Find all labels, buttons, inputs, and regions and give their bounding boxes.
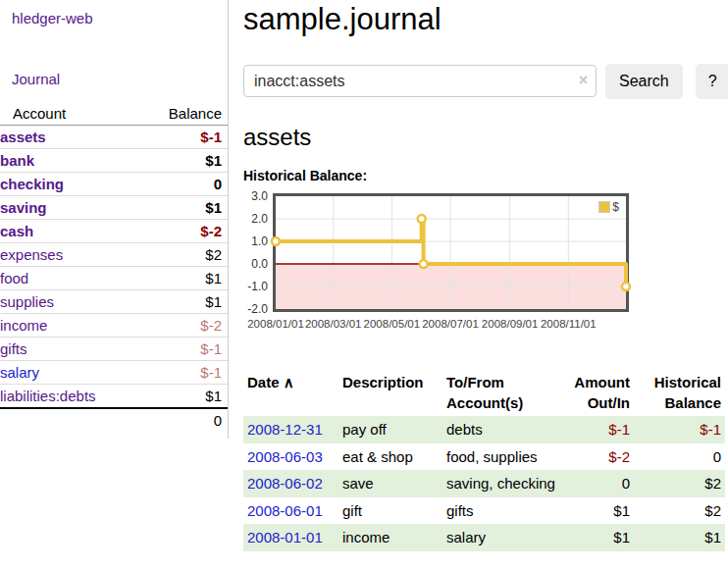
clear-search-icon[interactable]: ×	[579, 72, 588, 89]
transaction-balance: $1	[634, 524, 725, 551]
transaction-description: save	[338, 470, 442, 497]
account-row: cash$-2	[0, 220, 228, 243]
account-balance: $1	[140, 196, 228, 220]
account-link[interactable]: salary	[0, 364, 39, 381]
sidebar: hledger-web Journal Account Balance asse…	[0, 0, 229, 439]
app-title: hledger-web	[0, 10, 228, 26]
register-row: 2008-12-31pay offdebts$-1$-1	[243, 416, 725, 443]
account-link[interactable]: expenses	[0, 246, 63, 263]
x-axis-tick: 2008/11/01	[541, 318, 597, 330]
register-row: 2008-06-02savesaving, checking0$2	[243, 470, 725, 497]
transaction-date-link[interactable]: 2008-06-03	[247, 448, 323, 465]
account-link[interactable]: supplies	[0, 293, 54, 310]
transaction-amount: $1	[559, 497, 634, 525]
register-col-date[interactable]: Date ∧	[243, 370, 338, 417]
account-row: supplies$1	[0, 290, 228, 314]
x-axis-tick: 2008/09/01	[482, 318, 539, 330]
transaction-accounts: gifts	[442, 497, 559, 525]
account-link[interactable]: cash	[0, 223, 33, 239]
transaction-description: gift	[338, 497, 442, 525]
y-axis-tick: 1.0	[243, 234, 268, 248]
account-balance: $1	[140, 385, 228, 409]
transaction-amount: $-1	[559, 416, 634, 443]
transaction-amount: $-2	[559, 443, 634, 471]
transaction-description: income	[338, 524, 442, 551]
account-row: saving$1	[0, 196, 228, 220]
account-balance: $-1	[140, 126, 228, 149]
search-form: × Search ?	[243, 64, 728, 99]
transaction-balance: $2	[634, 497, 725, 525]
transaction-balance: $-1	[634, 416, 725, 443]
account-row: income$-2	[0, 314, 228, 337]
accounts-header-row: Account Balance	[0, 102, 228, 126]
register-header-row: Date ∧DescriptionTo/FromAccount(s)Amount…	[243, 370, 725, 417]
x-axis-tick: 2008/03/01	[305, 318, 362, 330]
account-balance: $-1	[140, 361, 228, 385]
search-box: ×	[243, 65, 597, 97]
account-balance: $-1	[140, 337, 228, 361]
account-link[interactable]: liabilities:debts	[0, 388, 96, 404]
account-link[interactable]: saving	[0, 199, 47, 216]
account-link[interactable]: income	[0, 317, 47, 334]
x-axis-tick: 2008/01/01	[247, 318, 304, 330]
register-col-to-from: To/FromAccount(s)	[442, 370, 559, 417]
transaction-description: eat & shop	[338, 443, 442, 471]
transaction-amount: $1	[559, 524, 634, 551]
account-balance: $1	[140, 290, 228, 314]
y-axis-tick: -2.0	[243, 302, 268, 316]
transaction-balance: 0	[634, 443, 725, 471]
accounts-header-balance: Balance	[140, 102, 228, 126]
accounts-table: Account Balance assets$-1bank$1checking0…	[0, 102, 228, 432]
account-link[interactable]: checking	[0, 176, 64, 192]
legend-label: $	[612, 200, 619, 214]
help-button[interactable]: ?	[696, 64, 728, 99]
y-axis-tick: 3.0	[243, 189, 268, 203]
register-table: Date ∧DescriptionTo/FromAccount(s)Amount…	[243, 370, 725, 551]
sidebar-item-journal[interactable]: Journal	[12, 71, 60, 87]
register-row: 2008-06-01giftgifts$1$2	[243, 497, 725, 525]
account-row: bank$1	[0, 149, 228, 173]
x-axis-tick: 2008/07/01	[422, 318, 479, 330]
search-button[interactable]: Search	[605, 64, 683, 99]
register-col-description: Description	[338, 370, 442, 417]
transaction-accounts: salary	[442, 524, 559, 551]
register-col-historical: HistoricalBalance	[634, 370, 725, 417]
chart-legend: $	[597, 199, 621, 215]
y-axis-tick: 0.0	[243, 257, 268, 271]
historical-balance-chart: 3.02.01.00.0-1.0-2.0$2008/01/012008/03/0…	[243, 193, 714, 336]
account-heading: assets	[243, 124, 728, 151]
register-row: 2008-06-03eat & shopfood, supplies$-20	[243, 443, 725, 471]
transaction-date-link[interactable]: 2008-06-01	[247, 502, 323, 519]
legend-swatch-icon	[598, 201, 610, 213]
y-axis-tick: -1.0	[243, 280, 268, 293]
transaction-date-link[interactable]: 2008-06-02	[247, 475, 323, 492]
account-link[interactable]: assets	[0, 129, 46, 145]
account-row: gifts$-1	[0, 337, 228, 361]
account-balance: 0	[140, 173, 228, 196]
account-row: checking0	[0, 173, 228, 196]
account-link[interactable]: bank	[0, 152, 34, 169]
account-balance: $-2	[140, 220, 228, 243]
transaction-accounts: food, supplies	[442, 443, 559, 471]
hledger-web-app: hledger-web Journal Account Balance asse…	[0, 0, 728, 551]
chart-title: Historical Balance:	[243, 168, 728, 183]
transaction-accounts: debts	[442, 416, 559, 443]
account-row: assets$-1	[0, 126, 228, 149]
account-link[interactable]: gifts	[0, 340, 27, 357]
plot-area: $	[273, 193, 629, 312]
account-balance: $1	[140, 267, 228, 290]
x-axis-tick: 2008/05/01	[364, 318, 421, 330]
register-col-amount: AmountOut/In	[559, 370, 634, 417]
transaction-date-link[interactable]: 2008-12-31	[247, 421, 323, 438]
page-title: sample.journal	[243, 2, 728, 37]
register-row: 2008-01-01incomesalary$1$1	[243, 524, 725, 551]
account-row: expenses$2	[0, 243, 228, 267]
sort-asc-icon: ∧	[280, 374, 294, 390]
main-panel: sample.journal × Search ? assets Histori…	[229, 0, 728, 551]
search-input[interactable]	[243, 65, 597, 97]
transaction-amount: 0	[559, 470, 634, 497]
accounts-header-account: Account	[0, 102, 140, 126]
accounts-total-row: 0	[0, 408, 228, 432]
account-link[interactable]: food	[0, 270, 28, 286]
transaction-date-link[interactable]: 2008-01-01	[247, 529, 323, 545]
